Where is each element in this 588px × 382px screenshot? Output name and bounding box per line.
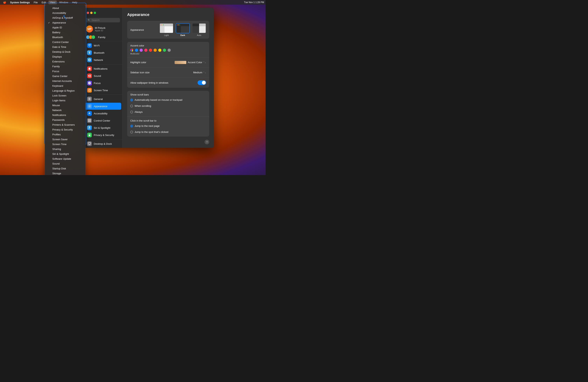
accent-swatch-purple[interactable] — [140, 49, 143, 52]
menu-item-passwords[interactable]: Passwords — [45, 117, 85, 122]
appearance-auto-option[interactable]: Auto — [192, 23, 206, 36]
view-menu[interactable]: View — [48, 0, 57, 4]
sidebar-item-sound[interactable]: Sound — [85, 72, 121, 79]
desktop-dock-icon — [87, 141, 92, 146]
sidebar-item-control-center[interactable]: Control Center — [85, 117, 121, 124]
menu-item-displays[interactable]: Displays — [45, 54, 85, 59]
menu-item-storage[interactable]: Storage — [45, 171, 85, 175]
sidebar-item-bluetooth[interactable]: Bluetooth — [85, 49, 121, 56]
multicolor-label: Multicolor — [130, 53, 171, 55]
menu-item-sound[interactable]: Sound — [45, 161, 85, 166]
search-box[interactable]: 🔍 — [86, 18, 120, 22]
wallpaper-tinting-toggle[interactable] — [198, 80, 206, 85]
sidebar-item-general[interactable]: General — [85, 95, 121, 103]
accent-swatch-multicolor[interactable] — [130, 49, 133, 52]
scroll-always-label: Always — [135, 110, 143, 113]
sidebar-item-network[interactable]: Network — [85, 56, 121, 64]
click-spot-option[interactable]: Jump to the spot that's clicked — [130, 130, 168, 134]
family-item[interactable]: Family — [84, 34, 122, 40]
menu-item-software-update[interactable]: Software Update — [45, 156, 85, 161]
menu-item-privacy[interactable]: Privacy & Security — [45, 127, 85, 132]
appearance-light-option[interactable]: Light — [159, 23, 173, 36]
sidebar-item-privacy[interactable]: Privacy & Security — [85, 131, 121, 138]
menu-item-desktop-dock[interactable]: Desktop & Dock — [45, 49, 85, 54]
accent-swatch-blue[interactable] — [135, 49, 138, 52]
help-menu[interactable]: Help — [71, 0, 79, 4]
menu-item-startup-disk[interactable]: Startup Disk — [45, 166, 85, 171]
sidebar-item-focus[interactable]: Focus — [85, 80, 121, 86]
sidebar-item-siri[interactable]: Siri & Spotlight — [85, 124, 121, 131]
edit-menu[interactable]: Edit — [40, 0, 47, 4]
menu-item-siri[interactable]: Siri & Spotlight — [45, 151, 85, 156]
scroll-always-option[interactable]: Always — [130, 110, 143, 114]
menu-item-screen-time[interactable]: Screen Time — [45, 142, 85, 147]
search-input[interactable] — [92, 19, 118, 21]
menu-item-screen-saver[interactable]: Screen Saver — [45, 137, 85, 142]
sidebar-item-desktop[interactable]: Desktop & Dock — [85, 140, 121, 147]
menu-item-lock-screen[interactable]: Lock Screen — [45, 93, 85, 98]
sidebar-item-accessibility[interactable]: Accessibility — [85, 110, 121, 117]
minimize-button[interactable] — [90, 12, 93, 14]
accent-swatch-graphite[interactable] — [168, 49, 171, 52]
menu-item-login-items[interactable]: Login Items — [45, 98, 85, 103]
click-next-page-option[interactable]: Jump to the next page — [130, 124, 160, 128]
menu-item-control-center[interactable]: Control Center — [45, 40, 85, 44]
file-menu[interactable]: File — [32, 0, 39, 4]
scroll-bars-group: Show scroll bars Automatically based on … — [127, 91, 209, 137]
sidebar-item-appearance[interactable]: Appearance — [85, 103, 121, 110]
scroll-always-radio — [130, 111, 133, 113]
menu-item-battery[interactable]: Battery — [45, 30, 85, 35]
menu-item-printers[interactable]: Printers & Scanners — [45, 122, 85, 127]
sidebar-item-screen-time[interactable]: Screen Time — [85, 87, 121, 94]
apple-menu[interactable]: 🍎 — [1, 0, 8, 4]
menubar-time: Tue Nov 1 1:28 PM — [244, 1, 264, 4]
siri-icon — [87, 126, 92, 130]
maximize-button[interactable] — [94, 12, 96, 14]
menu-item-apple-id[interactable]: Apple ID — [45, 25, 85, 30]
scroll-when-scrolling-label: When scrolling — [135, 105, 151, 107]
app-name-menu[interactable]: System Settings — [9, 0, 31, 4]
accent-swatch-red[interactable] — [149, 49, 152, 52]
menu-item-network[interactable]: Network — [45, 108, 85, 113]
menu-item-language-region[interactable]: Language & Region — [45, 88, 85, 93]
click-scroll-bar-label: Click in the scroll bar to — [130, 119, 156, 122]
appearance-row: Appearance — [127, 21, 209, 39]
accent-swatch-pink[interactable] — [144, 49, 147, 52]
accent-swatch-green[interactable] — [163, 49, 166, 52]
scroll-when-scrolling-option[interactable]: When scrolling — [130, 104, 151, 108]
wifi-label: Wi-Fi — [94, 44, 100, 47]
menu-item-profiles[interactable]: Profiles — [45, 132, 85, 137]
help-button[interactable]: ? — [205, 140, 209, 144]
menu-item-sharing[interactable]: Sharing — [45, 147, 85, 151]
sidebar-icon-size-select[interactable]: Medium ⌃⌄ — [193, 71, 206, 74]
close-button[interactable] — [87, 12, 89, 14]
accent-swatch-yellow[interactable] — [158, 49, 161, 52]
menu-item-date-time[interactable]: Date & Time — [45, 44, 85, 49]
menu-item-extensions[interactable]: Extensions — [45, 59, 85, 64]
accent-swatch-orange[interactable] — [154, 49, 157, 52]
user-profile-item[interactable]: MP M Potuck Apple ID — [84, 24, 122, 34]
highlight-color-select[interactable]: Accent Color ⌃⌄ — [175, 61, 206, 64]
menu-item-bluetooth[interactable]: Bluetooth — [45, 35, 85, 40]
menu-item-game-center[interactable]: Game Center — [45, 74, 85, 79]
sidebar-item-wifi[interactable]: Wi-Fi — [85, 42, 121, 49]
wallpaper-tinting-label: Allow wallpaper tinting in windows — [130, 81, 198, 84]
menu-item-about[interactable]: About — [45, 6, 85, 11]
window-menu[interactable]: Window — [58, 0, 70, 4]
sound-label: Sound — [94, 74, 101, 77]
menu-item-notifications[interactable]: Notifications — [45, 113, 85, 117]
sidebar-item-displays[interactable]: Displays — [85, 148, 121, 148]
sidebar-item-notifications[interactable]: Notifications — [85, 65, 121, 72]
page-title: Appearance — [127, 12, 209, 17]
scroll-auto-option[interactable]: Automatically based on mouse or trackpad — [130, 98, 182, 102]
family-avatars — [86, 35, 94, 39]
menu-item-mouse[interactable]: Mouse — [45, 103, 85, 108]
toggle-knob — [202, 81, 206, 85]
apple-logo-icon: 🍎 — [3, 1, 6, 4]
svg-rect-11 — [89, 127, 90, 128]
menu-item-keyboard[interactable]: Keyboard — [45, 84, 85, 88]
menu-item-family[interactable]: Family — [45, 64, 85, 69]
appearance-dark-option[interactable]: Dark — [176, 23, 190, 36]
menu-item-internet-accounts[interactable]: Internet Accounts — [45, 79, 85, 84]
menu-item-focus[interactable]: Focus — [45, 69, 85, 74]
